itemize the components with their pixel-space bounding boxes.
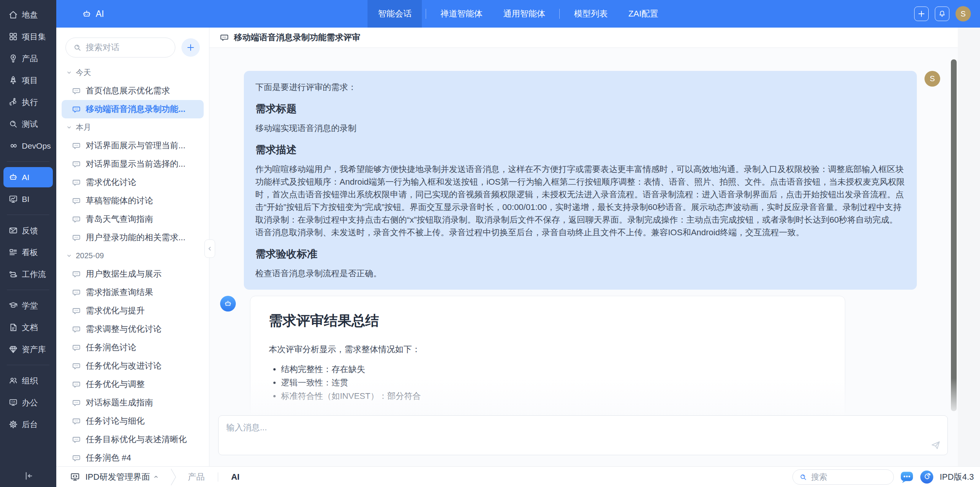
conversation-title: 对话标题生成指南 [86, 397, 153, 408]
notifications-button[interactable] [935, 7, 949, 21]
sidebar-item-label: 看板 [22, 247, 38, 258]
chat-bubble-icon [72, 141, 81, 151]
sidebar-item-label: 反馈 [22, 225, 38, 236]
conversation-item[interactable]: 需求调整与优化讨论 [62, 320, 204, 338]
tab-separator [559, 9, 560, 19]
sidebar-item-label: 测试 [22, 119, 38, 130]
tab-zai-peizhi[interactable]: ZAI配置 [618, 0, 668, 28]
send-icon[interactable] [930, 439, 941, 451]
chat-scrollbar-thumb[interactable] [951, 59, 957, 411]
user-message-bubble: 下面是要进行评审的需求： 需求标题 移动端实现语音消息的录制 需求描述 作为喧喧… [244, 71, 917, 290]
zentao-logo-icon[interactable] [920, 470, 934, 484]
breadcrumb-product[interactable]: 产品 [188, 471, 205, 483]
conversation-item[interactable]: 草稿智能体的讨论 [62, 192, 204, 210]
message-intro: 下面是要进行评审的需求： [255, 81, 905, 93]
chat-bubble-icon [72, 288, 81, 297]
conversation-search[interactable] [65, 38, 175, 57]
sidebar-item-dipan[interactable]: 地盘 [0, 4, 56, 26]
conversation-title: 需求指派查询结果 [86, 287, 153, 298]
page-background-strip [958, 28, 980, 466]
conversation-title: 对话界面显示当前选择的... [86, 158, 185, 170]
conversation-title: 任务润色讨论 [86, 342, 136, 353]
conversation-item[interactable]: 需求优化与提升 [62, 302, 204, 320]
conversation-title: 对话界面展示与管理当前... [86, 140, 185, 151]
sidebar-item-xiangmu[interactable]: 项目 [0, 69, 56, 91]
sidebar-item-label: 办公 [22, 397, 38, 408]
sidebar-item-kanban[interactable]: 看板 [0, 241, 56, 263]
sidebar-item-ceshi[interactable]: 测试 [0, 113, 56, 135]
conversation-item[interactable]: 用户登录功能的相关需求... [62, 228, 204, 247]
workspace-label: IPD研发管理界面 [85, 471, 150, 483]
conversation-item[interactable]: 任务优化与改进讨论 [62, 357, 204, 375]
sidebar-item-houtai[interactable]: 后台 [0, 413, 56, 435]
breadcrumb-current: AI [231, 472, 240, 482]
sidebar-item-wendang[interactable]: 文档 [0, 316, 56, 338]
tab-moxing-liebiao[interactable]: 模型列表 [564, 0, 618, 28]
messenger-icon[interactable] [900, 470, 914, 484]
sidebar-item-bangong[interactable]: 办公 [0, 392, 56, 413]
sidebar-item-chanpin[interactable]: 产品 [0, 48, 56, 69]
sidebar-item-devops[interactable]: DevOps [0, 135, 56, 157]
message-composer[interactable] [218, 415, 948, 455]
conversation-item[interactable]: 对话界面显示当前选择的... [62, 155, 204, 173]
conversation-sidebar: 今天 首页信息展示优化需求 移动端语音消息录制功能... 本月 对话界面展示与管… [56, 28, 209, 466]
group-this-month[interactable]: 本月 [62, 118, 204, 136]
conversation-item-selected[interactable]: 移动端语音消息录制功能... [62, 100, 204, 118]
group-today[interactable]: 今天 [62, 64, 204, 82]
conversation-item[interactable]: 任务目标优化与表述清晰化 [62, 430, 204, 449]
conversation-search-input[interactable] [86, 43, 168, 52]
new-conversation-button[interactable] [181, 38, 200, 57]
conversation-item[interactable]: 需求指派查询结果 [62, 283, 204, 302]
conversation-toolbar [56, 28, 209, 61]
sidebar-item-zuzhi[interactable]: 组织 [0, 370, 56, 392]
ai-result-intro: 本次评审分析显示，需求整体情况如下： [269, 343, 826, 356]
conversation-item[interactable]: 任务润色讨论 [62, 338, 204, 357]
conversation-item[interactable]: 任务优化与调整 [62, 375, 204, 394]
sidebar-collapse-button[interactable] [0, 470, 56, 482]
robot-icon [8, 172, 18, 182]
sidebar-item-label: DevOps [22, 141, 51, 151]
user-avatar[interactable]: S [956, 6, 971, 21]
conversation-item[interactable]: 用户数据生成与展示 [62, 265, 204, 283]
ai-result-item: 结构完整性：存在缺失 [272, 362, 826, 376]
conversation-item[interactable]: 对话标题生成指南 [62, 394, 204, 412]
sidebar-item-label: 文档 [22, 322, 38, 333]
user-message-avatar: S [924, 71, 940, 87]
sidebar-item-ai[interactable]: AI [3, 167, 53, 187]
conversation-title: 任务目标优化与表述清晰化 [86, 434, 187, 445]
conversation-item[interactable]: 需求优化讨论 [62, 173, 204, 192]
workspace-switcher[interactable]: IPD研发管理界面 [85, 471, 159, 483]
conversation-item[interactable]: 对话界面展示与管理当前... [62, 136, 204, 155]
message-input[interactable] [219, 416, 947, 455]
sidebar-item-fankui[interactable]: 反馈 [0, 220, 56, 241]
sidebar-item-label: 后台 [22, 419, 38, 430]
add-button[interactable] [914, 7, 929, 21]
conversation-item[interactable]: 任务润色 #4 [62, 449, 204, 466]
runner-icon [8, 97, 18, 107]
sidebar-item-xiangmuji[interactable]: 项目集 [0, 26, 56, 48]
tab-tongyong-zhinengti[interactable]: 通用智能体 [493, 0, 555, 28]
conversation-item[interactable]: 任务讨论与细化 [62, 412, 204, 430]
tab-zhineng-huihua[interactable]: 智能会话 [368, 0, 422, 28]
global-search[interactable] [792, 469, 894, 485]
conversation-title: 任务优化与改进讨论 [86, 360, 162, 372]
sidebar-item-bi[interactable]: BI [0, 188, 56, 210]
chat-title: 移动端语音消息录制功能需求评审 [234, 32, 360, 43]
conversation-title: 需求优化讨论 [86, 177, 136, 188]
group-2025-09[interactable]: 2025-09 [62, 247, 204, 265]
sidebar-item-xuetang[interactable]: 学堂 [0, 295, 56, 316]
plus-icon [186, 43, 195, 52]
sidebar-item-zichanku[interactable]: 资产库 [0, 338, 56, 360]
global-search-input[interactable] [811, 472, 887, 482]
conversation-sidebar-collapse-handle[interactable] [204, 239, 215, 258]
grid-icon [8, 31, 18, 42]
search-icon [799, 473, 807, 481]
sidebar-item-gongzuoliu[interactable]: 工作流 [0, 263, 56, 285]
conversation-item[interactable]: 青岛天气查询指南 [62, 210, 204, 228]
sidebar-item-zhixing[interactable]: 执行 [0, 91, 56, 113]
conversation-item[interactable]: 首页信息展示优化需求 [62, 82, 204, 100]
chat-bubble-icon [72, 306, 81, 316]
sidebar-item-label: 组织 [22, 375, 38, 386]
tab-chandao-zhinengti[interactable]: 禅道智能体 [430, 0, 493, 28]
conversation-title: 首页信息展示优化需求 [86, 85, 170, 97]
